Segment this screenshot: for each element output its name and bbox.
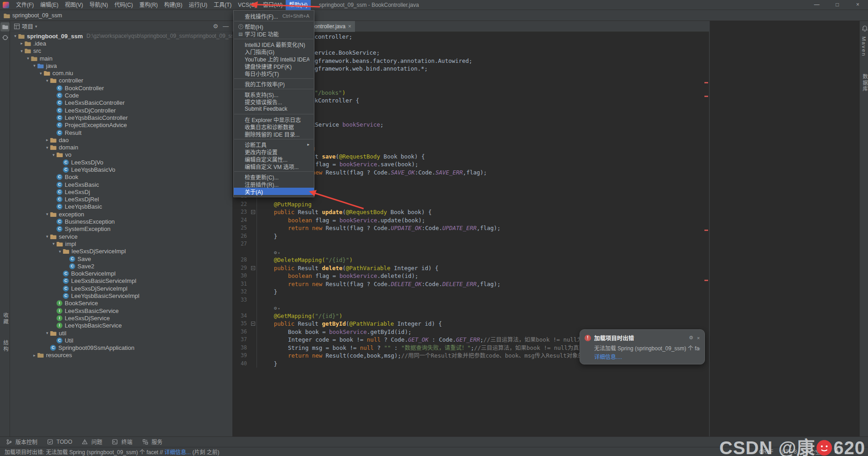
code-line[interactable]: 30boolean flag = bookService.delete(id); (232, 272, 709, 280)
tree-expand-icon[interactable]: ▾ (25, 56, 31, 61)
inlay-hint-row[interactable]: ⚙▾ (232, 248, 709, 256)
tree-item[interactable]: ▸.idea (10, 40, 232, 47)
breadcrumb[interactable]: springboot_09_ssm (12, 12, 62, 19)
code-line[interactable]: 34@GetMapping("/{id}") (232, 312, 709, 320)
code-line[interactable]: 26} (232, 232, 709, 241)
notification-close-icon[interactable]: × (697, 335, 700, 341)
toolwindow-button-问题[interactable]: 问题 (82, 438, 102, 446)
tree-item[interactable]: CLeeYqsbBasicVo (10, 166, 232, 173)
tree-item[interactable]: ▾com.niu (10, 69, 232, 77)
mapping-gear-icon[interactable]: ⚙ (274, 305, 277, 311)
tab-close-icon[interactable]: × (348, 23, 351, 30)
tree-expand-icon[interactable]: ▾ (44, 331, 50, 335)
help-menu-item[interactable]: YouTube 上的 IntelliJ IDEA (234, 55, 314, 62)
stripe-maven-tab[interactable]: Maven (861, 36, 867, 57)
tree-item[interactable]: ▸dao (10, 136, 232, 143)
tree-item[interactable]: ILeeYqsbBasicService (10, 322, 232, 329)
tree-expand-icon[interactable]: ▾ (38, 71, 44, 76)
tree-item[interactable]: CBookController (10, 84, 232, 92)
tree-item[interactable]: ▾domain (10, 143, 232, 151)
tree-expand-icon[interactable]: ▸ (44, 138, 50, 142)
stripe-structure-tab[interactable]: 结构 (2, 340, 9, 352)
chevron-down-icon[interactable]: ▾ (35, 24, 37, 29)
tree-item[interactable]: CLeeYqsbBasic (10, 203, 232, 210)
help-menu-item[interactable]: 查找操作(F)...Ctrl+Shift+A (234, 12, 314, 20)
tree-item[interactable]: CSave2 (10, 262, 232, 270)
notifications-button[interactable] (860, 24, 868, 33)
editor-scrollbar-error-stripe[interactable] (704, 43, 709, 436)
close-button[interactable]: × (847, 0, 868, 10)
help-menu-item[interactable]: 更改内存设置 (234, 148, 314, 155)
tree-item[interactable]: CProjectExceptionAdvice (10, 122, 232, 129)
code-line[interactable]: 31return new Result(flag ? Code.DELETE_O… (232, 280, 709, 288)
tree-expand-icon[interactable]: ▾ (51, 241, 56, 246)
menubar-item[interactable]: 运行(U) (185, 0, 211, 10)
help-menu-item[interactable]: 每日小技巧(T) (234, 70, 314, 77)
tree-item[interactable]: IBookService (10, 300, 232, 307)
tree-item[interactable]: CBook (10, 174, 232, 181)
code-line[interactable]: 29−public Result delete(@PathVariable In… (232, 264, 709, 272)
tree-item[interactable]: CLeeYqsbBasicController (10, 114, 232, 121)
stripe-database-tab[interactable]: 数据库 (861, 74, 868, 92)
tree-item[interactable]: CSystemException (10, 225, 232, 233)
tree-expand-icon[interactable]: ▾ (51, 153, 56, 157)
error-stripe-mark[interactable] (704, 82, 708, 83)
menubar-item[interactable]: 重构(R) (136, 0, 161, 10)
project-tree[interactable]: ▾springboot_09_ssmD:\gz\workspace\yqsb\s… (10, 32, 232, 436)
tree-expand-icon[interactable]: ▾ (44, 234, 50, 239)
tree-item[interactable]: ▾impl (10, 240, 232, 247)
help-menu-item[interactable]: 编辑自定义属性... (234, 155, 314, 163)
help-menu-item[interactable]: 检查更新(C)... (234, 173, 314, 180)
tree-expand-icon[interactable]: ▸ (19, 41, 25, 46)
help-menu-item[interactable]: IntelliJ IDEA 最新变化(N) (234, 41, 314, 48)
toolwindow-button-服务[interactable]: 服务 (143, 438, 163, 446)
help-menu-item[interactable]: 入门指南(G) (234, 48, 314, 55)
tree-item[interactable]: CResult (10, 129, 232, 136)
fold-marker[interactable]: − (251, 264, 257, 272)
tree-item[interactable]: CLeeSxsBasic (10, 181, 232, 188)
help-menu-item[interactable]: 键盘快捷键 PDF(K) (234, 62, 314, 70)
menubar-item[interactable]: 窗口(W) (260, 0, 286, 10)
stripe-favorites-tab[interactable]: 收藏 (2, 313, 9, 325)
status-details-link[interactable]: 详细信息... (164, 449, 191, 456)
toolwindow-button-todo[interactable]: TODO (47, 439, 72, 445)
tree-expand-icon[interactable]: ▾ (44, 78, 50, 83)
tree-item[interactable]: CLeeSxsDjServiceImpl (10, 285, 232, 292)
tree-item[interactable]: CCode (10, 92, 232, 99)
maximize-button[interactable]: □ (827, 0, 847, 10)
help-menu-item[interactable]: 删除残留的 IDE 目录... (234, 130, 314, 138)
tree-item[interactable]: CSpringboot09SsmApplication (10, 344, 232, 351)
mapping-gear-icon[interactable]: ⚙ (274, 250, 277, 256)
tree-item[interactable]: CLeeSxsBasicController (10, 99, 232, 107)
tree-item[interactable]: ▾leeSxsDjServiceImpl (10, 248, 232, 255)
menubar-item[interactable]: 帮助(H) (286, 0, 311, 10)
tree-expand-icon[interactable]: ▾ (12, 34, 18, 38)
menubar-item[interactable]: 视图(V) (62, 0, 86, 10)
fold-marker[interactable]: − (251, 320, 257, 328)
tree-item[interactable]: CUtil (10, 337, 232, 344)
tree-item[interactable]: CLeeYqsbBasicServiceImpl (10, 292, 232, 299)
tree-expand-icon[interactable]: ▾ (57, 249, 63, 254)
code-line[interactable]: 33 (232, 296, 709, 304)
tree-item[interactable]: ▾springboot_09_ssmD:\gz\workspace\yqsb\s… (10, 32, 232, 40)
menubar-item[interactable]: 编辑(E) (37, 0, 62, 10)
help-menu-item[interactable]: 联系支持(S)... (234, 91, 314, 98)
tree-item[interactable]: ▾exception (10, 210, 232, 218)
tree-expand-icon[interactable]: ▸ (31, 353, 37, 358)
tree-item[interactable]: ▾main (10, 55, 232, 62)
commit-toolwindow-button[interactable] (0, 33, 10, 42)
project-toolwindow-button[interactable] (0, 22, 10, 31)
code-line[interactable]: 27 (232, 240, 709, 248)
toolwindow-button-终端[interactable]: 终端 (112, 438, 132, 446)
minimize-button[interactable]: — (806, 0, 827, 10)
menubar-item[interactable]: 构建(B) (161, 0, 185, 10)
notification-details-link[interactable]: 详细信息.... (594, 353, 700, 360)
error-stripe-mark[interactable] (704, 96, 708, 97)
tree-item[interactable]: ▾util (10, 329, 232, 337)
tree-item[interactable]: ILeeSxsBasicService (10, 307, 232, 314)
help-menu-item[interactable]: 注册插件(R)... (234, 180, 314, 188)
tree-item[interactable]: CLeeSxsDjVo (10, 159, 232, 166)
tree-item[interactable]: ILeeSxsDjService (10, 314, 232, 322)
tree-item[interactable]: CLeeSxsDj (10, 188, 232, 195)
error-stripe-mark[interactable] (704, 230, 708, 231)
